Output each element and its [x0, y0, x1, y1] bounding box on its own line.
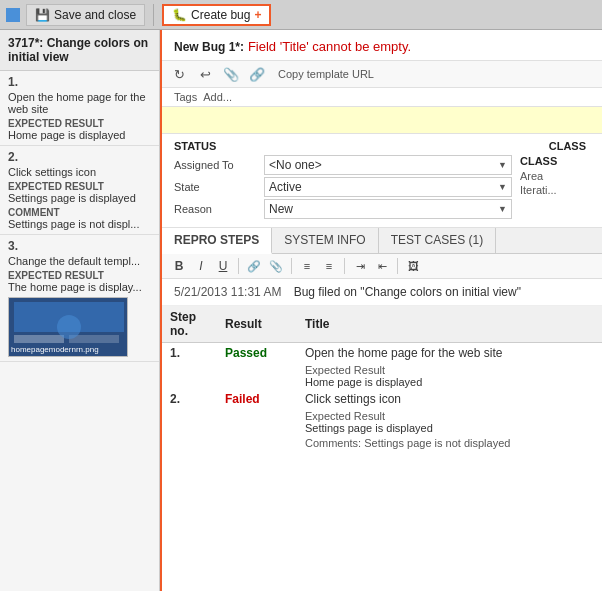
table-row: 1. Passed Open the home page for the web… [162, 343, 602, 364]
repro-date: 5/21/2013 11:31 AM [174, 285, 281, 299]
repro-meta: 5/21/2013 11:31 AM Bug filed on "Change … [162, 279, 602, 306]
bug-toolbar: ↻ ↩ 📎 🔗 Copy template URL [162, 61, 602, 88]
area-label: Area [520, 170, 590, 182]
step-img-preview: homepagemodernrn.png [8, 297, 128, 357]
bug-header: New Bug 1*: Field 'Title' cannot be empt… [162, 30, 602, 61]
step-text-3: Change the default templ... [8, 255, 151, 267]
state-value: Active [269, 180, 302, 194]
comment-value-2: Settings page is not displ... [8, 218, 151, 230]
test-step-3: 3. Change the default templ... EXPECTED … [0, 235, 159, 362]
table-header-row: Step no. Result Title [162, 306, 602, 343]
image-editor-button[interactable]: 🖼 [404, 257, 422, 275]
step-num-1: 1. [8, 75, 151, 89]
class-col-label: CLASS [520, 155, 590, 167]
main-toolbar: 💾 Save and close 🐛 Create bug + [0, 0, 602, 30]
refresh-icon[interactable]: ↻ [170, 65, 188, 83]
col-result: Result [217, 306, 297, 343]
bug-icon: 🐛 [172, 8, 187, 22]
left-panel: 3717*: Change colors on initial view 1. … [0, 30, 160, 591]
list-button[interactable]: ≡ [298, 257, 316, 275]
editor-sep-3 [344, 258, 345, 274]
title-2: Click settings icon [297, 389, 602, 409]
bug-form-panel: New Bug 1*: Field 'Title' cannot be empt… [160, 30, 602, 591]
table-row-detail: Expected Result Home page is displayed [162, 363, 602, 389]
status-header-row: STATUS CLASS [174, 140, 590, 152]
expected-label-2: EXPECTED RESULT [8, 181, 151, 192]
link-icon[interactable]: 🔗 [248, 65, 266, 83]
repro-content[interactable]: 5/21/2013 11:31 AM Bug filed on "Change … [162, 279, 602, 591]
title-input-row [162, 107, 602, 134]
editor-toolbar: B I U 🔗 📎 ≡ ≡ ⇥ ⇤ 🖼 [162, 254, 602, 279]
tags-add-button[interactable]: Add... [203, 91, 232, 103]
class-header: CLASS [549, 140, 590, 152]
bug-title-input[interactable] [174, 111, 590, 129]
window-icon [6, 8, 20, 22]
save-close-label: Save and close [54, 8, 136, 22]
step-num-2: 2. [8, 150, 151, 164]
test-step-2: 2. Click settings icon EXPECTED RESULT S… [0, 146, 159, 235]
editor-sep-4 [397, 258, 398, 274]
create-bug-label: Create bug [191, 8, 250, 22]
save-icon: 💾 [35, 8, 50, 22]
repro-table: Step no. Result Title 1. Passed Open the… [162, 306, 602, 450]
expected-value-1: Home page is displayed [8, 129, 151, 141]
step-no-2: 2. [162, 389, 217, 409]
assigned-to-select[interactable]: <No one> ▼ [264, 155, 512, 175]
save-close-button[interactable]: 💾 Save and close [26, 4, 145, 26]
state-select[interactable]: Active ▼ [264, 177, 512, 197]
ordered-list-button[interactable]: ≡ [320, 257, 338, 275]
reason-label: Reason [174, 203, 264, 215]
editor-sep-2 [291, 258, 292, 274]
col-title: Title [297, 306, 602, 343]
tab-system-info[interactable]: SYSTEM INFO [272, 228, 378, 253]
tab-repro-steps[interactable]: REPRO STEPS [162, 228, 272, 254]
add-icon: + [254, 8, 261, 22]
table-row-detail: Expected Result Settings page is display… [162, 409, 602, 450]
outdent-button[interactable]: ⇤ [373, 257, 391, 275]
step-image-3: homepagemodernrn.png [8, 297, 151, 357]
indent-button[interactable]: ⇥ [351, 257, 369, 275]
tabs-row: REPRO STEPS SYSTEM INFO TEST CASES (1) [162, 228, 602, 254]
detail-expected-1: Expected Result Home page is displayed [297, 363, 602, 389]
reason-value: New [269, 202, 293, 216]
assigned-to-label: Assigned To [174, 159, 264, 171]
detail-expected-2: Expected Result Settings page is display… [297, 409, 602, 450]
undo-icon[interactable]: ↩ [196, 65, 214, 83]
create-bug-button[interactable]: 🐛 Create bug + [162, 4, 271, 26]
table-row: 2. Failed Click settings icon [162, 389, 602, 409]
test-title: 3717*: Change colors on initial view [0, 30, 159, 71]
comment-label-2: COMMENT [8, 207, 151, 218]
underline-button[interactable]: U [214, 257, 232, 275]
expected-label-3: EXPECTED RESULT [8, 270, 151, 281]
assigned-to-value: <No one> [269, 158, 322, 172]
reason-row: Reason New ▼ [174, 199, 512, 219]
assigned-to-row: Assigned To <No one> ▼ [174, 155, 512, 175]
link-editor-button[interactable]: 🔗 [245, 257, 263, 275]
step-text-2: Click settings icon [8, 166, 151, 178]
bold-button[interactable]: B [170, 257, 188, 275]
attach-icon[interactable]: 📎 [222, 65, 240, 83]
state-label: State [174, 181, 264, 193]
svg-rect-2 [14, 335, 64, 343]
main-area: 3717*: Change colors on initial view 1. … [0, 30, 602, 591]
step-no-1: 1. [162, 343, 217, 364]
bug-title-line: New Bug 1*: Field 'Title' cannot be empt… [174, 38, 590, 54]
result-1: Passed [217, 343, 297, 364]
title-1: Open the home page for the web site [297, 343, 602, 364]
result-2: Failed [217, 389, 297, 409]
tab-test-cases[interactable]: TEST CASES (1) [379, 228, 496, 253]
iteration-label: Iterati... [520, 184, 590, 196]
toolbar-separator [153, 4, 154, 26]
image-filename: homepagemodernrn.png [11, 345, 99, 354]
repro-meta-text: Bug filed on "Change colors on initial v… [294, 285, 521, 299]
reason-arrow: ▼ [498, 204, 507, 214]
attach-editor-button[interactable]: 📎 [267, 257, 285, 275]
reason-select[interactable]: New ▼ [264, 199, 512, 219]
copy-template-url-button[interactable]: Copy template URL [278, 68, 374, 80]
italic-button[interactable]: I [192, 257, 210, 275]
state-row: State Active ▼ [174, 177, 512, 197]
expected-value-2: Settings page is displayed [8, 192, 151, 204]
new-bug-label: New Bug 1*: [174, 40, 244, 54]
step-text-1: Open the home page for the web site [8, 91, 151, 115]
expected-value-3: The home page is display... [8, 281, 151, 293]
